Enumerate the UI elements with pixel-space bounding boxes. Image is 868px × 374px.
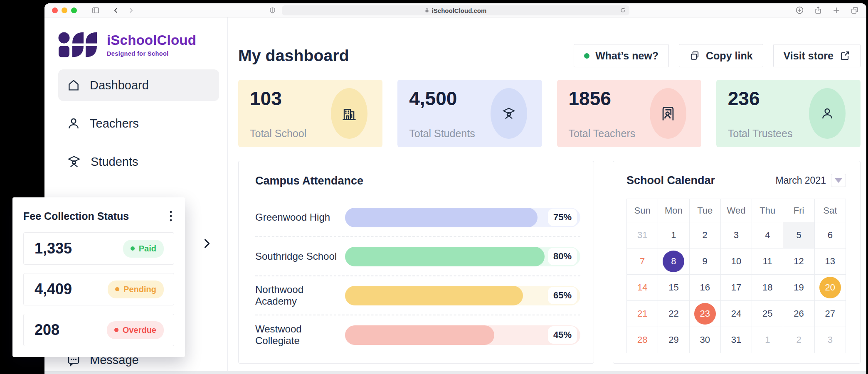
- whats-new-button[interactable]: What’s new?: [574, 44, 669, 67]
- calendar-day-header: Mon: [658, 199, 689, 222]
- calendar-date-cell[interactable]: 2: [690, 222, 721, 249]
- page-title: My dashboard: [238, 47, 349, 65]
- building-icon: [340, 104, 358, 123]
- calendar-date-cell[interactable]: 4: [752, 222, 783, 249]
- calendar-date-cell[interactable]: 14: [627, 275, 658, 301]
- calendar-date-cell[interactable]: 31: [721, 327, 752, 353]
- caret-down-icon: [835, 178, 842, 183]
- share-icon[interactable]: [814, 6, 822, 15]
- calendar-date-cell[interactable]: 11: [752, 249, 783, 275]
- calendar-date-cell[interactable]: 8: [658, 249, 689, 275]
- calendar-date-cell[interactable]: 30: [690, 327, 721, 353]
- calendar-date-cell[interactable]: 1: [658, 222, 689, 249]
- tab-overview-icon[interactable]: [851, 6, 859, 15]
- calendar-date-cell[interactable]: 3: [721, 222, 752, 249]
- fee-count: 4,409: [35, 280, 72, 298]
- privacy-shield-icon[interactable]: [269, 6, 276, 15]
- sidebar-item-students[interactable]: Students: [58, 146, 219, 177]
- attendance-bar-fill: [345, 208, 538, 227]
- calendar-day-header: Sun: [627, 199, 658, 222]
- calendar-date-cell[interactable]: 10: [721, 249, 752, 275]
- calendar-month-dropdown[interactable]: [831, 174, 846, 187]
- calendar-date-cell[interactable]: 23: [690, 301, 721, 327]
- calendar-day-header: Fri: [783, 199, 814, 222]
- teacher-frame-icon: [659, 104, 677, 123]
- status-badge: Pending: [108, 280, 164, 298]
- calendar-date-cell[interactable]: 28: [627, 327, 658, 353]
- attendance-row: Northwood Academy65%: [255, 276, 580, 315]
- page-bottom-strip: [44, 371, 866, 374]
- fee-collection-title: Fee Collection Status: [23, 210, 129, 222]
- calendar-date-cell[interactable]: 31: [627, 222, 658, 249]
- visit-store-button[interactable]: Visit store: [773, 44, 861, 67]
- expand-chevron-right-icon[interactable]: [202, 237, 212, 252]
- selected-date-circle: 23: [694, 303, 716, 325]
- sidebar-toggle-icon[interactable]: [91, 6, 100, 15]
- forward-icon[interactable]: [127, 7, 135, 14]
- stat-icon-ellipse: [809, 88, 846, 139]
- attendance-percent-badge: 45%: [548, 326, 577, 344]
- status-badge: Overdue: [107, 321, 164, 339]
- attendance-percent-badge: 75%: [548, 209, 577, 226]
- status-badge: Paid: [123, 240, 164, 258]
- calendar-date-cell[interactable]: 6: [815, 222, 846, 249]
- attendance-percent-badge: 65%: [548, 287, 577, 304]
- kebab-menu-icon[interactable]: [168, 208, 174, 224]
- calendar-day-header: Sat: [815, 199, 846, 222]
- minimize-window-button[interactable]: [62, 7, 67, 13]
- calendar-day-header: Wed: [721, 199, 752, 222]
- reload-icon[interactable]: [620, 7, 626, 13]
- selected-date-circle: 8: [663, 251, 684, 272]
- calendar-date-cell[interactable]: 2: [783, 327, 814, 353]
- stat-card-total-school: 103Total School: [238, 80, 382, 147]
- copy-link-button[interactable]: Copy link: [679, 44, 763, 67]
- stat-label: Total Students: [409, 128, 475, 140]
- new-tab-icon[interactable]: [832, 6, 841, 15]
- calendar-date-cell[interactable]: 21: [627, 301, 658, 327]
- sidebar-item-dashboard[interactable]: Dashboard: [58, 69, 219, 101]
- stat-card-total-students: 4,500Total Students: [397, 80, 542, 147]
- calendar-date-cell[interactable]: 19: [783, 275, 814, 301]
- campus-label: Westwood Collegiate: [255, 323, 345, 347]
- calendar-date-cell[interactable]: 24: [721, 301, 752, 327]
- downloads-icon[interactable]: [795, 6, 804, 15]
- calendar-date-cell[interactable]: 17: [721, 275, 752, 301]
- school-calendar-panel: School Calendar March 2021 SunMonTueWedT…: [613, 161, 861, 364]
- calendar-date-cell[interactable]: 16: [690, 275, 721, 301]
- back-icon[interactable]: [112, 7, 120, 14]
- home-icon: [67, 78, 81, 92]
- campus-label: Northwood Academy: [255, 284, 345, 307]
- calendar-title: School Calendar: [626, 174, 715, 187]
- calendar-date-cell[interactable]: 18: [752, 275, 783, 301]
- zoom-window-button[interactable]: [71, 7, 77, 13]
- attendance-bar-fill: [345, 325, 494, 345]
- calendar-date-cell[interactable]: 29: [658, 327, 689, 353]
- calendar-date-cell[interactable]: 5: [783, 222, 814, 249]
- calendar-date-cell[interactable]: 12: [783, 249, 814, 275]
- sidebar-item-teachers[interactable]: Teachers: [58, 108, 219, 139]
- sidebar-nav: DashboardTeachersStudentsMessage: [58, 69, 219, 177]
- stat-icon-ellipse: [331, 88, 367, 139]
- address-bar[interactable]: iSchoolCloud.com: [282, 5, 629, 15]
- calendar-date-cell[interactable]: 22: [658, 301, 689, 327]
- calendar-date-cell[interactable]: 1: [752, 327, 783, 353]
- close-window-button[interactable]: [52, 7, 58, 13]
- status-dot-icon: [131, 246, 135, 251]
- brand-logo-icon: [58, 32, 99, 58]
- status-dot-icon: [114, 328, 118, 332]
- calendar-date-cell[interactable]: 15: [658, 275, 689, 301]
- calendar-date-cell[interactable]: 3: [815, 327, 846, 353]
- calendar-date-cell[interactable]: 26: [783, 301, 814, 327]
- attendance-bar-fill: [345, 286, 523, 305]
- calendar-date-cell[interactable]: 7: [627, 249, 658, 275]
- stat-cards: 103Total School4,500Total Students1856To…: [238, 80, 861, 147]
- calendar-grid: SunMonTueWedThuFriSat3112345678910111213…: [626, 199, 846, 353]
- student-icon: [67, 155, 81, 169]
- sidebar-item-label: Teachers: [90, 117, 139, 130]
- calendar-date-cell[interactable]: 27: [815, 301, 846, 327]
- calendar-date-cell[interactable]: 9: [690, 249, 721, 275]
- calendar-date-cell[interactable]: 20: [815, 275, 846, 301]
- calendar-date-cell[interactable]: 13: [815, 249, 846, 275]
- calendar-date-cell[interactable]: 25: [752, 301, 783, 327]
- lock-icon: [424, 7, 429, 13]
